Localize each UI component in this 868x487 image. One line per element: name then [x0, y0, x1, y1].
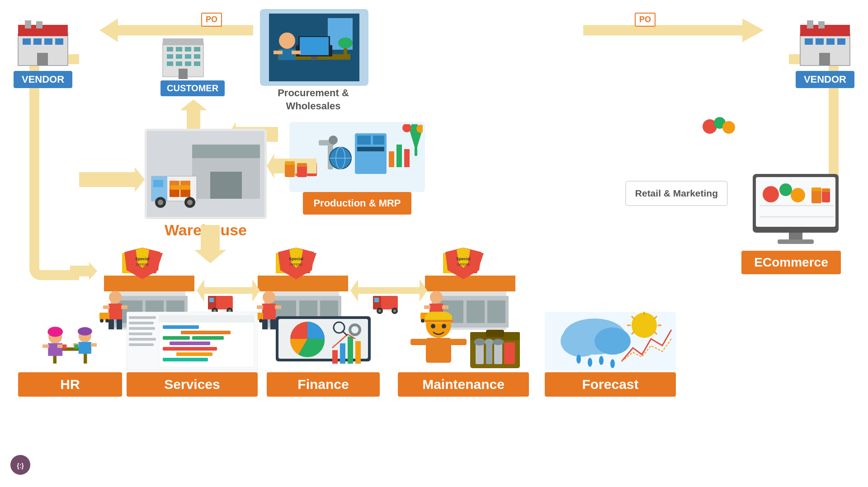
svg-point-45	[338, 37, 353, 48]
svg-rect-48	[192, 145, 260, 158]
vendor-right-label: VENDOR	[796, 71, 854, 88]
production-cans	[283, 154, 319, 187]
svg-point-257	[576, 355, 581, 364]
svg-point-245	[632, 313, 657, 338]
svg-rect-16	[837, 38, 845, 45]
svg-rect-7	[55, 38, 63, 45]
svg-rect-59	[170, 189, 179, 197]
finance-label: Finance	[267, 372, 380, 397]
svg-rect-198	[129, 316, 156, 319]
svg-point-155	[430, 291, 443, 304]
svg-rect-22	[185, 47, 191, 52]
svg-rect-116	[121, 305, 127, 309]
svg-rect-23	[194, 47, 200, 52]
vendor-right: VENDOR	[796, 20, 854, 88]
svg-rect-233	[450, 339, 467, 345]
finance-icon	[267, 312, 380, 370]
maintenance-icon	[398, 312, 529, 370]
svg-point-113	[109, 291, 122, 304]
vendor-right-icon	[796, 20, 854, 70]
svg-rect-218	[340, 343, 345, 364]
svg-rect-195	[62, 345, 66, 349]
forecast-icon	[545, 312, 676, 370]
svg-rect-5	[33, 38, 42, 45]
svg-point-98	[791, 188, 805, 202]
production-label-box: Production & MRP	[303, 192, 411, 215]
procurement-label: Procurement & Wholesales	[252, 87, 374, 112]
svg-point-191	[78, 327, 92, 336]
main-diagram: PO PO VENDOR	[0, 0, 868, 487]
svg-rect-42	[274, 51, 283, 54]
svg-rect-95	[778, 239, 814, 244]
svg-rect-60	[180, 189, 190, 197]
svg-rect-210	[170, 342, 210, 345]
top-arrow-right	[583, 17, 764, 43]
arrow-into-warehouse-left	[79, 167, 145, 192]
finance-module: Finance	[267, 312, 380, 397]
svg-point-230	[442, 324, 446, 328]
svg-point-241	[474, 338, 485, 346]
retail-fruits	[701, 113, 737, 142]
svg-text:OFFERS: OFFERS	[136, 263, 149, 266]
svg-rect-73	[389, 151, 394, 167]
svg-rect-32	[179, 69, 188, 79]
svg-rect-203	[129, 343, 154, 346]
svg-rect-194	[91, 343, 97, 347]
svg-point-40	[279, 33, 295, 49]
svg-rect-94	[789, 233, 802, 239]
svg-rect-213	[163, 358, 208, 361]
svg-rect-170	[209, 298, 214, 302]
svg-point-96	[763, 186, 779, 202]
svg-rect-137	[275, 305, 281, 309]
svg-text:Special: Special	[289, 257, 303, 261]
svg-rect-28	[167, 61, 173, 66]
hr-module: HR	[18, 312, 122, 397]
svg-rect-20	[167, 47, 173, 52]
vendor-left: VENDOR	[14, 20, 72, 88]
svg-text:Special: Special	[135, 257, 150, 261]
svg-point-91	[722, 121, 735, 134]
vendor-left-label: VENDOR	[14, 71, 72, 88]
svg-rect-201	[129, 332, 152, 335]
svg-rect-26	[185, 54, 191, 59]
svg-rect-11	[807, 20, 813, 28]
svg-rect-102	[822, 188, 830, 192]
svg-rect-52	[153, 180, 163, 187]
svg-rect-231	[426, 338, 451, 363]
svg-point-258	[588, 358, 592, 367]
svg-rect-49	[210, 172, 242, 199]
svg-point-222	[351, 326, 359, 333]
warehouse-image	[145, 129, 267, 219]
svg-rect-239	[494, 342, 502, 364]
hr-label: HR	[18, 372, 122, 397]
svg-rect-2	[25, 20, 31, 28]
procurement-image	[260, 9, 368, 86]
svg-rect-14	[816, 38, 824, 45]
svg-rect-38	[300, 37, 329, 55]
svg-rect-158	[442, 305, 448, 309]
services-icon	[127, 312, 258, 370]
svg-point-69	[329, 136, 338, 145]
svg-point-186	[47, 327, 63, 337]
svg-text:{:}: {:}	[17, 462, 24, 469]
ecommerce-label: ECommerce	[741, 251, 841, 274]
svg-point-134	[263, 291, 275, 304]
svg-rect-237	[476, 342, 484, 364]
svg-rect-12	[818, 21, 825, 28]
svg-rect-3	[36, 21, 42, 28]
svg-rect-240	[504, 342, 515, 364]
svg-rect-41	[279, 49, 295, 60]
svg-rect-86	[285, 161, 295, 165]
svg-rect-206	[163, 325, 199, 329]
odoo-logo: {:}	[9, 454, 32, 478]
svg-rect-6	[44, 38, 52, 45]
svg-rect-188	[42, 345, 49, 348]
forecast-label: Forecast	[545, 372, 676, 397]
svg-rect-17	[819, 53, 830, 66]
svg-rect-200	[129, 327, 155, 330]
svg-text:Special: Special	[456, 257, 471, 261]
svg-rect-100	[811, 187, 821, 191]
svg-rect-21	[176, 47, 182, 52]
svg-text:OFFERS: OFFERS	[290, 263, 303, 266]
svg-point-56	[187, 200, 193, 205]
